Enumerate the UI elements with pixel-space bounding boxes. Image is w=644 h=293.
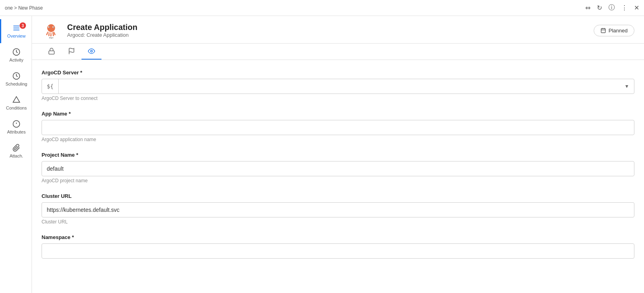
eye-icon <box>88 48 95 55</box>
namespace-label: Namespace * <box>42 234 634 240</box>
refresh-icon[interactable]: ↻ <box>597 4 602 12</box>
calendar-icon <box>600 28 606 33</box>
top-bar-actions: ⇔ ↻ ⓘ ⋮ ✕ <box>585 4 639 12</box>
attach-icon <box>12 144 20 152</box>
sidebar-label-activity: Activity <box>10 58 24 62</box>
flag-icon <box>68 48 75 55</box>
more-icon[interactable]: ⋮ <box>621 4 628 12</box>
expand-icon[interactable]: ⇔ <box>585 4 590 12</box>
attributes-icon <box>12 120 20 128</box>
namespace-input[interactable] <box>42 243 634 259</box>
argocd-server-prefix: ${ <box>42 79 59 94</box>
top-bar: one > New Phase ⇔ ↻ ⓘ ⋮ ✕ <box>0 0 644 16</box>
sidebar-label-attach: Attach. <box>10 153 23 158</box>
svg-point-13 <box>53 27 54 28</box>
svg-point-21 <box>91 50 93 52</box>
sidebar-item-activity[interactable]: Activity <box>0 43 32 67</box>
app-title: Create Application Argocd: Create Applic… <box>67 23 137 38</box>
project-name-input[interactable] <box>42 161 634 176</box>
conditions-icon <box>12 96 20 104</box>
svg-marker-5 <box>13 97 20 102</box>
form-group-project-name: Project Name * ArgoCD project name <box>42 152 634 183</box>
tab-lock[interactable] <box>42 44 62 60</box>
cluster-url-label: Cluster URL <box>42 193 634 199</box>
app-header-left: argo Create Application Argocd: Create A… <box>42 21 137 40</box>
app-logo: argo <box>42 21 61 40</box>
app-name-input[interactable] <box>42 120 634 135</box>
argocd-server-label: ArgoCD Server * <box>42 70 634 76</box>
breadcrumb: one > New Phase <box>5 5 43 11</box>
scheduling-icon <box>12 72 20 80</box>
app-header: argo Create Application Argocd: Create A… <box>32 16 644 44</box>
form-group-cluster-url: Cluster URL Cluster URL <box>42 193 634 225</box>
svg-point-9 <box>47 24 55 32</box>
sidebar-label-attributes: Attributes <box>7 130 26 134</box>
project-name-label: Project Name * <box>42 152 634 158</box>
activity-icon <box>12 48 20 56</box>
app-name-label: App Name * <box>42 111 634 117</box>
form-group-namespace: Namespace * <box>42 234 634 259</box>
main-layout: Overview 3 Activity Scheduling <box>0 16 644 293</box>
sidebar-item-scheduling[interactable]: Scheduling <box>0 67 32 91</box>
planned-label: Planned <box>608 28 628 34</box>
close-icon[interactable]: ✕ <box>634 4 639 12</box>
svg-rect-19 <box>49 51 54 54</box>
project-name-hint: ArgoCD project name <box>42 178 634 183</box>
tab-flag[interactable] <box>62 44 81 60</box>
sidebar-item-attach[interactable]: Attach. <box>0 139 32 163</box>
sidebar-label-scheduling: Scheduling <box>6 82 27 86</box>
sidebar: Overview 3 Activity Scheduling <box>0 16 32 293</box>
svg-rect-15 <box>601 28 606 33</box>
planned-button[interactable]: Planned <box>594 25 634 36</box>
sidebar-item-conditions[interactable]: Conditions <box>0 91 32 115</box>
cluster-url-hint: Cluster URL <box>42 219 634 225</box>
argocd-server-hint: ArgoCD Server to connect <box>42 96 634 101</box>
cluster-url-input[interactable] <box>42 202 634 217</box>
form-content[interactable]: ArgoCD Server * ${ ▼ ArgoCD Server to co… <box>32 60 644 293</box>
app-name-hint: ArgoCD application name <box>42 137 634 142</box>
info-icon[interactable]: ⓘ <box>608 4 615 12</box>
argocd-server-arrow: ▼ <box>620 84 634 89</box>
svg-text:argo: argo <box>49 36 53 39</box>
tab-eye[interactable] <box>81 44 101 60</box>
app-title-main: Create Application <box>67 23 137 32</box>
app-title-sub: Argocd: Create Application <box>67 32 137 38</box>
overview-badge: 3 <box>20 22 26 29</box>
argocd-server-select-wrapper: ${ ▼ <box>42 79 634 94</box>
sidebar-label-conditions: Conditions <box>6 106 27 110</box>
form-group-argocd-server: ArgoCD Server * ${ ▼ ArgoCD Server to co… <box>42 70 634 101</box>
sidebar-label-overview: Overview <box>7 34 26 38</box>
content-area: argo Create Application Argocd: Create A… <box>32 16 644 293</box>
sidebar-item-attributes[interactable]: Attributes <box>0 115 32 139</box>
overview-icon <box>12 24 20 32</box>
lock-icon <box>48 48 55 55</box>
argocd-server-select[interactable] <box>59 79 620 94</box>
svg-point-12 <box>49 27 50 28</box>
tab-bar <box>32 44 644 60</box>
form-group-app-name: App Name * ArgoCD application name <box>42 111 634 142</box>
sidebar-item-overview[interactable]: Overview 3 <box>0 19 32 43</box>
